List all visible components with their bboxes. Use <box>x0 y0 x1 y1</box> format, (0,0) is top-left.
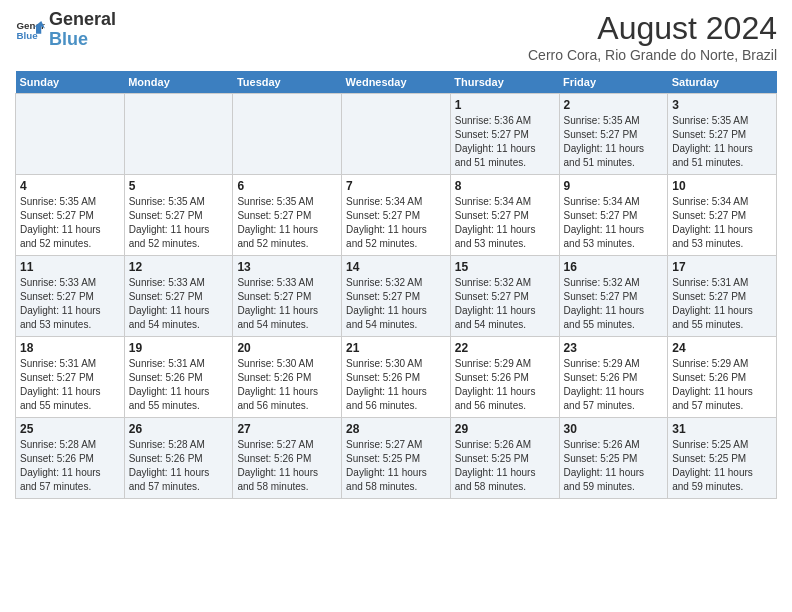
day-info: Sunrise: 5:32 AM Sunset: 5:27 PM Dayligh… <box>564 276 664 332</box>
day-info: Sunrise: 5:29 AM Sunset: 5:26 PM Dayligh… <box>672 357 772 413</box>
day-info: Sunrise: 5:34 AM Sunset: 5:27 PM Dayligh… <box>564 195 664 251</box>
day-info: Sunrise: 5:25 AM Sunset: 5:25 PM Dayligh… <box>672 438 772 494</box>
day-number: 24 <box>672 341 772 355</box>
day-cell: 7Sunrise: 5:34 AM Sunset: 5:27 PM Daylig… <box>342 175 451 256</box>
day-info: Sunrise: 5:35 AM Sunset: 5:27 PM Dayligh… <box>564 114 664 170</box>
day-info: Sunrise: 5:28 AM Sunset: 5:26 PM Dayligh… <box>129 438 229 494</box>
header-friday: Friday <box>559 71 668 94</box>
day-info: Sunrise: 5:29 AM Sunset: 5:26 PM Dayligh… <box>564 357 664 413</box>
day-number: 5 <box>129 179 229 193</box>
header-sunday: Sunday <box>16 71 125 94</box>
day-number: 28 <box>346 422 446 436</box>
day-cell: 14Sunrise: 5:32 AM Sunset: 5:27 PM Dayli… <box>342 256 451 337</box>
logo-icon: General Blue <box>15 15 45 45</box>
day-info: Sunrise: 5:35 AM Sunset: 5:27 PM Dayligh… <box>129 195 229 251</box>
day-cell: 10Sunrise: 5:34 AM Sunset: 5:27 PM Dayli… <box>668 175 777 256</box>
day-info: Sunrise: 5:35 AM Sunset: 5:27 PM Dayligh… <box>20 195 120 251</box>
day-cell: 12Sunrise: 5:33 AM Sunset: 5:27 PM Dayli… <box>124 256 233 337</box>
day-info: Sunrise: 5:32 AM Sunset: 5:27 PM Dayligh… <box>455 276 555 332</box>
calendar-body: 1Sunrise: 5:36 AM Sunset: 5:27 PM Daylig… <box>16 94 777 499</box>
day-info: Sunrise: 5:26 AM Sunset: 5:25 PM Dayligh… <box>455 438 555 494</box>
day-number: 15 <box>455 260 555 274</box>
day-cell: 6Sunrise: 5:35 AM Sunset: 5:27 PM Daylig… <box>233 175 342 256</box>
day-cell <box>16 94 125 175</box>
day-info: Sunrise: 5:33 AM Sunset: 5:27 PM Dayligh… <box>129 276 229 332</box>
day-cell: 17Sunrise: 5:31 AM Sunset: 5:27 PM Dayli… <box>668 256 777 337</box>
week-row-3: 11Sunrise: 5:33 AM Sunset: 5:27 PM Dayli… <box>16 256 777 337</box>
day-number: 18 <box>20 341 120 355</box>
day-cell: 23Sunrise: 5:29 AM Sunset: 5:26 PM Dayli… <box>559 337 668 418</box>
header-monday: Monday <box>124 71 233 94</box>
day-number: 21 <box>346 341 446 355</box>
calendar-subtitle: Cerro Cora, Rio Grande do Norte, Brazil <box>528 47 777 63</box>
day-info: Sunrise: 5:30 AM Sunset: 5:26 PM Dayligh… <box>346 357 446 413</box>
day-cell: 24Sunrise: 5:29 AM Sunset: 5:26 PM Dayli… <box>668 337 777 418</box>
day-number: 16 <box>564 260 664 274</box>
day-number: 2 <box>564 98 664 112</box>
day-info: Sunrise: 5:31 AM Sunset: 5:27 PM Dayligh… <box>672 276 772 332</box>
day-number: 17 <box>672 260 772 274</box>
day-cell: 15Sunrise: 5:32 AM Sunset: 5:27 PM Dayli… <box>450 256 559 337</box>
day-info: Sunrise: 5:33 AM Sunset: 5:27 PM Dayligh… <box>20 276 120 332</box>
logo: General Blue General Blue <box>15 10 116 50</box>
day-cell: 13Sunrise: 5:33 AM Sunset: 5:27 PM Dayli… <box>233 256 342 337</box>
day-cell: 28Sunrise: 5:27 AM Sunset: 5:25 PM Dayli… <box>342 418 451 499</box>
day-cell: 29Sunrise: 5:26 AM Sunset: 5:25 PM Dayli… <box>450 418 559 499</box>
day-number: 7 <box>346 179 446 193</box>
day-number: 6 <box>237 179 337 193</box>
day-cell: 22Sunrise: 5:29 AM Sunset: 5:26 PM Dayli… <box>450 337 559 418</box>
day-number: 19 <box>129 341 229 355</box>
header-tuesday: Tuesday <box>233 71 342 94</box>
day-cell: 19Sunrise: 5:31 AM Sunset: 5:26 PM Dayli… <box>124 337 233 418</box>
day-cell: 31Sunrise: 5:25 AM Sunset: 5:25 PM Dayli… <box>668 418 777 499</box>
day-cell <box>233 94 342 175</box>
day-cell: 9Sunrise: 5:34 AM Sunset: 5:27 PM Daylig… <box>559 175 668 256</box>
day-number: 30 <box>564 422 664 436</box>
day-number: 10 <box>672 179 772 193</box>
header-saturday: Saturday <box>668 71 777 94</box>
day-number: 11 <box>20 260 120 274</box>
day-cell: 1Sunrise: 5:36 AM Sunset: 5:27 PM Daylig… <box>450 94 559 175</box>
day-cell: 20Sunrise: 5:30 AM Sunset: 5:26 PM Dayli… <box>233 337 342 418</box>
day-info: Sunrise: 5:34 AM Sunset: 5:27 PM Dayligh… <box>346 195 446 251</box>
day-number: 26 <box>129 422 229 436</box>
header-row: Sunday Monday Tuesday Wednesday Thursday… <box>16 71 777 94</box>
day-cell: 27Sunrise: 5:27 AM Sunset: 5:26 PM Dayli… <box>233 418 342 499</box>
svg-text:Blue: Blue <box>17 30 39 41</box>
day-cell: 21Sunrise: 5:30 AM Sunset: 5:26 PM Dayli… <box>342 337 451 418</box>
day-cell: 18Sunrise: 5:31 AM Sunset: 5:27 PM Dayli… <box>16 337 125 418</box>
calendar-header: Sunday Monday Tuesday Wednesday Thursday… <box>16 71 777 94</box>
day-info: Sunrise: 5:26 AM Sunset: 5:25 PM Dayligh… <box>564 438 664 494</box>
day-info: Sunrise: 5:28 AM Sunset: 5:26 PM Dayligh… <box>20 438 120 494</box>
day-number: 14 <box>346 260 446 274</box>
logo-text: General Blue <box>49 10 116 50</box>
title-block: August 2024 Cerro Cora, Rio Grande do No… <box>528 10 777 63</box>
day-info: Sunrise: 5:32 AM Sunset: 5:27 PM Dayligh… <box>346 276 446 332</box>
day-info: Sunrise: 5:30 AM Sunset: 5:26 PM Dayligh… <box>237 357 337 413</box>
day-cell: 30Sunrise: 5:26 AM Sunset: 5:25 PM Dayli… <box>559 418 668 499</box>
calendar-table: Sunday Monday Tuesday Wednesday Thursday… <box>15 71 777 499</box>
week-row-4: 18Sunrise: 5:31 AM Sunset: 5:27 PM Dayli… <box>16 337 777 418</box>
header-thursday: Thursday <box>450 71 559 94</box>
day-number: 29 <box>455 422 555 436</box>
day-cell <box>124 94 233 175</box>
week-row-1: 1Sunrise: 5:36 AM Sunset: 5:27 PM Daylig… <box>16 94 777 175</box>
day-cell: 8Sunrise: 5:34 AM Sunset: 5:27 PM Daylig… <box>450 175 559 256</box>
day-number: 4 <box>20 179 120 193</box>
day-cell: 5Sunrise: 5:35 AM Sunset: 5:27 PM Daylig… <box>124 175 233 256</box>
week-row-2: 4Sunrise: 5:35 AM Sunset: 5:27 PM Daylig… <box>16 175 777 256</box>
day-number: 20 <box>237 341 337 355</box>
day-info: Sunrise: 5:35 AM Sunset: 5:27 PM Dayligh… <box>672 114 772 170</box>
day-number: 31 <box>672 422 772 436</box>
day-info: Sunrise: 5:36 AM Sunset: 5:27 PM Dayligh… <box>455 114 555 170</box>
calendar-title: August 2024 <box>528 10 777 47</box>
day-number: 23 <box>564 341 664 355</box>
day-cell: 11Sunrise: 5:33 AM Sunset: 5:27 PM Dayli… <box>16 256 125 337</box>
day-info: Sunrise: 5:31 AM Sunset: 5:26 PM Dayligh… <box>129 357 229 413</box>
day-cell <box>342 94 451 175</box>
day-number: 1 <box>455 98 555 112</box>
week-row-5: 25Sunrise: 5:28 AM Sunset: 5:26 PM Dayli… <box>16 418 777 499</box>
day-cell: 4Sunrise: 5:35 AM Sunset: 5:27 PM Daylig… <box>16 175 125 256</box>
day-info: Sunrise: 5:35 AM Sunset: 5:27 PM Dayligh… <box>237 195 337 251</box>
day-number: 12 <box>129 260 229 274</box>
